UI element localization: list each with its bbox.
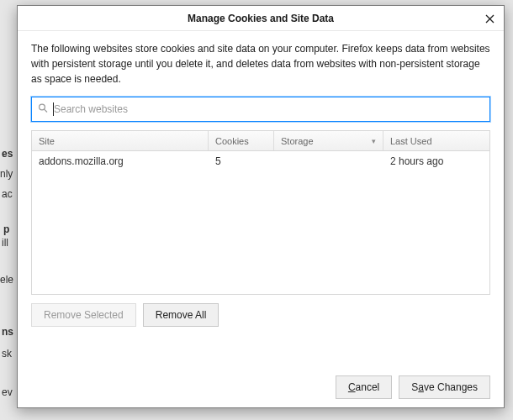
bg-fragment: ele <box>0 274 13 286</box>
text-cursor <box>53 102 54 116</box>
bg-fragment: es <box>2 148 13 160</box>
row-actions: Remove Selected Remove All <box>31 303 490 327</box>
remove-selected-button: Remove Selected <box>31 303 136 327</box>
bg-fragment: sk <box>2 348 12 360</box>
search-input[interactable] <box>31 97 490 122</box>
save-changes-button[interactable]: Save Changes <box>399 375 490 399</box>
bg-fragment: p <box>3 223 9 235</box>
close-button[interactable] <box>479 8 500 29</box>
remove-all-button[interactable]: Remove All <box>143 303 219 327</box>
column-header-last-used[interactable]: Last Used <box>383 131 489 150</box>
table-body: addons.mozilla.org 5 2 hours ago <box>32 151 489 294</box>
dialog-body: The following websites store cookies and… <box>18 31 504 407</box>
dialog-footer: Cancel Save Changes <box>31 360 490 399</box>
column-header-storage[interactable]: Storage ▾ <box>274 131 383 150</box>
cell-site: addons.mozilla.org <box>32 155 209 167</box>
bg-fragment: ns <box>2 326 13 338</box>
bg-fragment: nly <box>0 168 13 180</box>
bg-fragment: ill <box>2 237 8 249</box>
table-header-row: Site Cookies Storage ▾ Last Used <box>32 131 489 151</box>
dialog-titlebar: Manage Cookies and Site Data <box>18 6 504 31</box>
search-container <box>31 97 490 122</box>
manage-cookies-dialog: Manage Cookies and Site Data The followi… <box>17 5 505 408</box>
bg-fragment: ac <box>2 188 13 200</box>
column-header-site[interactable]: Site <box>32 131 209 150</box>
cell-last-used: 2 hours ago <box>383 155 489 167</box>
sort-arrow-icon: ▾ <box>372 137 376 145</box>
site-data-table: Site Cookies Storage ▾ Last Used addons.… <box>31 130 490 295</box>
bg-fragment: ev <box>2 386 13 398</box>
column-header-cookies[interactable]: Cookies <box>209 131 274 150</box>
cell-cookies: 5 <box>209 155 274 167</box>
table-row[interactable]: addons.mozilla.org 5 2 hours ago <box>32 151 489 171</box>
dialog-title: Manage Cookies and Site Data <box>188 13 334 24</box>
close-icon <box>485 14 494 24</box>
dialog-description: The following websites store cookies and… <box>31 41 490 87</box>
cancel-button[interactable]: Cancel <box>336 375 392 399</box>
